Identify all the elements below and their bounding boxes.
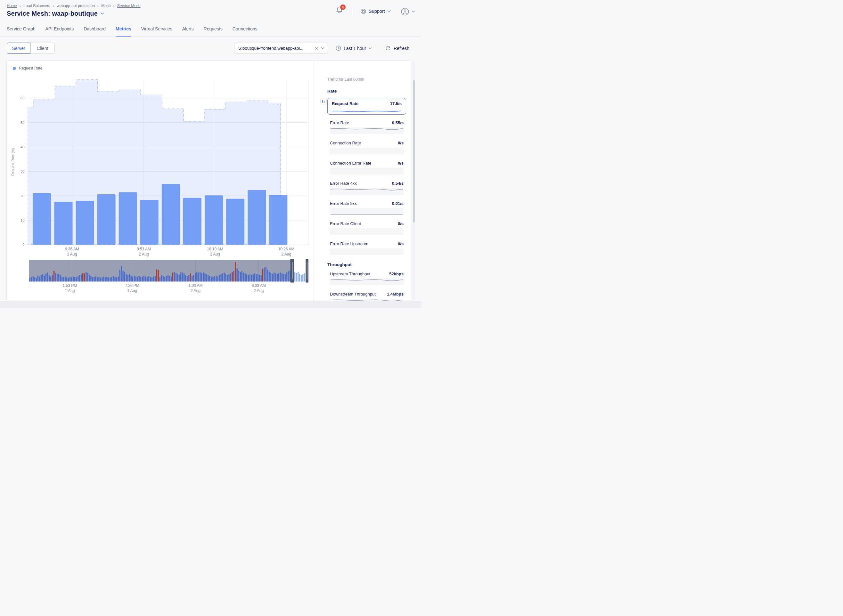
mini-bar — [225, 274, 226, 282]
tab-dashboard[interactable]: Dashboard — [84, 26, 106, 37]
metric-item-upstream-throughput[interactable]: Upstream Throughput52kbps — [330, 271, 404, 285]
mini-bar — [209, 276, 210, 282]
y-tick-label: 20 — [21, 194, 24, 198]
tab-virtual-services[interactable]: Virtual Services — [141, 26, 172, 37]
filter-chevron-down-icon[interactable] — [321, 47, 325, 49]
support-menu[interactable]: Support — [361, 7, 391, 15]
mini-bar — [249, 274, 250, 282]
mini-bar — [130, 276, 132, 282]
tab-alerts[interactable]: Alerts — [182, 26, 194, 37]
mini-bar — [164, 277, 166, 282]
refresh-button[interactable]: Refresh — [385, 43, 409, 54]
metric-item-connection-rate[interactable]: Connection Rate0/s — [330, 141, 404, 154]
mini-bar — [60, 275, 61, 282]
metric-sparkline — [330, 248, 404, 255]
mini-bar — [105, 277, 106, 282]
request-rate-bar — [97, 194, 116, 245]
metric-label: Error Rate 5xx — [330, 201, 357, 206]
mini-bar — [76, 277, 77, 282]
metric-sparkline — [332, 109, 402, 114]
user-menu[interactable] — [401, 7, 415, 16]
page-title: Service Mesh: waap-boutique — [7, 10, 98, 17]
mini-bar — [161, 275, 162, 282]
mini-bar — [41, 275, 42, 282]
breadcrumb-item[interactable]: Service Mesh — [117, 3, 141, 8]
mini-bar — [100, 277, 101, 282]
mini-bar — [232, 272, 233, 282]
breadcrumb-separator-icon: › — [53, 3, 54, 8]
mini-bar — [66, 277, 68, 282]
title-chevron-down-icon[interactable] — [101, 12, 104, 15]
metric-value: 0/s — [398, 221, 404, 226]
metric-item-downstream-throughput[interactable]: Downstream Throughput1.4Mbps — [330, 292, 404, 301]
server-toggle-button[interactable]: Server — [7, 43, 31, 54]
breadcrumb-item[interactable]: Mesh — [101, 3, 110, 8]
metric-value: 0/s — [398, 241, 404, 246]
mini-bar — [264, 267, 265, 282]
mini-bar — [270, 273, 272, 282]
mini-bar — [39, 277, 40, 282]
mini-bar — [298, 272, 299, 282]
mini-x-tick-sublabel: 2 Aug — [191, 289, 201, 293]
tab-connections[interactable]: Connections — [232, 26, 257, 37]
mini-bar — [84, 273, 85, 282]
mini-bar — [296, 273, 297, 282]
mini-bar — [29, 277, 31, 282]
mini-bar — [156, 269, 157, 282]
mini-bar — [163, 276, 164, 282]
mini-bar — [139, 276, 140, 282]
tab-metrics[interactable]: Metrics — [116, 26, 131, 37]
filter-clear-icon[interactable]: ✕ — [313, 46, 321, 51]
breadcrumb-item[interactable]: webapp-api-protection — [57, 3, 95, 8]
x-tick-label: 9:36 AM — [65, 247, 79, 251]
metric-sparkline — [330, 168, 404, 175]
bar-chart-icon-button[interactable] — [320, 98, 327, 104]
mini-bar — [301, 275, 302, 282]
client-toggle-button[interactable]: Client — [31, 43, 55, 54]
notifications-button[interactable]: 4 — [336, 6, 347, 15]
mini-bar — [280, 273, 281, 282]
mini-bar — [95, 276, 96, 282]
metric-item-request-rate[interactable]: Request Rate17.5/s — [328, 98, 406, 114]
metric-item-error-rate-4xx[interactable]: Error Rate 4xx0.54/s — [330, 181, 404, 195]
tab-api-endpoints[interactable]: API Endpoints — [45, 26, 73, 37]
breadcrumb-item[interactable]: Load Balancers — [23, 3, 50, 8]
service-filter-select[interactable]: S:boutique-frontend.webapp-api... ✕ — [234, 43, 328, 54]
metric-value: 52kbps — [389, 271, 404, 276]
metric-item-error-rate-upstream[interactable]: Error Rate Upstream0/s — [330, 241, 404, 255]
notification-badge: 4 — [340, 4, 345, 10]
request-rate-bar — [269, 195, 287, 245]
mini-bar — [52, 275, 53, 282]
sidebar-scrollbar-thumb[interactable] — [413, 80, 415, 223]
breadcrumb-item[interactable]: Home — [7, 3, 17, 8]
mini-bar — [288, 271, 289, 282]
mini-bar — [82, 273, 84, 282]
metric-item-error-rate-5xx[interactable]: Error Rate 5xx0.01/s — [330, 201, 404, 215]
mini-bar — [200, 272, 201, 282]
metric-item-connection-error-rate[interactable]: Connection Error Rate0/s — [330, 161, 404, 175]
x-tick-label: 10:10 AM — [207, 247, 223, 251]
mini-x-tick-sublabel: 2 Aug — [254, 289, 264, 293]
mini-bar — [254, 273, 256, 282]
metric-value: 0.01/s — [392, 201, 404, 206]
mini-bar — [196, 272, 198, 282]
mini-bar — [158, 270, 159, 282]
tabs-rule — [0, 37, 422, 37]
metric-item-error-rate-client[interactable]: Error Rate Client0/s — [330, 221, 404, 235]
mini-bar — [304, 273, 305, 282]
mini-bar — [31, 277, 32, 282]
metric-item-error-rate[interactable]: Error Rate0.55/s — [330, 120, 404, 134]
tab-requests[interactable]: Requests — [204, 26, 223, 37]
breadcrumb: Home›Load Balancers›webapp-api-protectio… — [7, 3, 141, 8]
time-range-select[interactable]: Last 1 hour — [336, 43, 372, 54]
metric-label: Connection Error Rate — [330, 161, 371, 166]
mini-bar — [193, 275, 194, 282]
metric-sparkline — [330, 188, 404, 195]
mini-bar — [167, 275, 169, 282]
mini-bar — [239, 272, 241, 282]
mini-bar — [50, 277, 51, 282]
mini-bar — [65, 277, 66, 282]
mini-bar — [267, 270, 269, 282]
tab-service-graph[interactable]: Service Graph — [7, 26, 35, 37]
server-client-toggle: Server Client — [7, 43, 55, 54]
